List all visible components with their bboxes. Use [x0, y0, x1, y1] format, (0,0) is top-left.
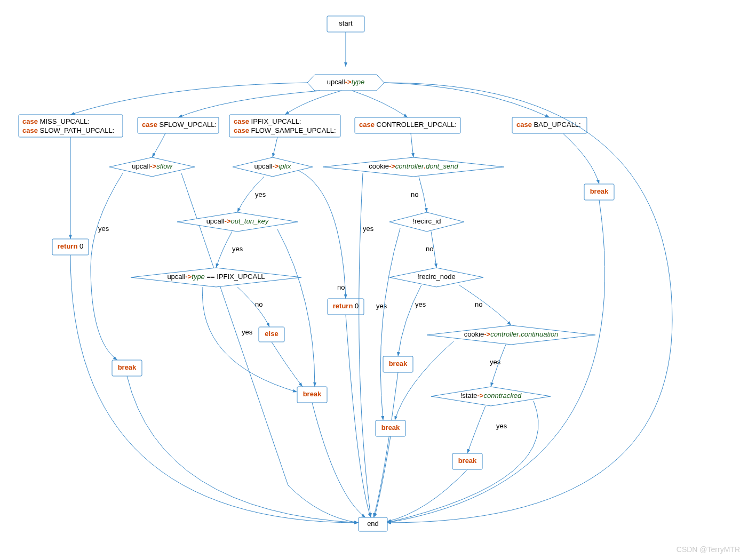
svg-text:break: break: [381, 424, 400, 432]
svg-text:case MISS_UPCALL:: case MISS_UPCALL:: [22, 117, 90, 125]
svg-text:yes: yes: [363, 225, 374, 233]
end-label: end: [367, 520, 379, 528]
svg-text:no: no: [475, 300, 482, 308]
svg-text:yes: yes: [242, 328, 253, 336]
svg-text:return 0: return 0: [333, 302, 359, 310]
svg-text:yes: yes: [255, 190, 266, 198]
svg-text:else: else: [265, 330, 278, 338]
svg-text:!state->conntracked: !state->conntracked: [460, 392, 522, 400]
svg-text:case SFLOW_UPCALL:: case SFLOW_UPCALL:: [142, 121, 217, 129]
svg-text:no: no: [426, 245, 433, 253]
svg-text:yes: yes: [496, 422, 507, 430]
svg-text:case CONTROLLER_UPCALL:: case CONTROLLER_UPCALL:: [359, 121, 457, 129]
svg-text:return 0: return 0: [58, 242, 83, 250]
switch-expr: upcall->type: [327, 78, 364, 86]
watermark: CSDN @TerryMTR: [677, 545, 740, 554]
svg-text:upcall->out_tun_key: upcall->out_tun_key: [206, 217, 269, 225]
svg-text:break: break: [389, 360, 408, 368]
svg-text:upcall->sflow: upcall->sflow: [132, 162, 173, 170]
svg-text:no: no: [411, 190, 418, 198]
svg-text:cookie->controller.dont_send: cookie->controller.dont_send: [369, 162, 458, 170]
svg-text:break: break: [458, 457, 477, 465]
svg-text:case SLOW_PATH_UPCALL:: case SLOW_PATH_UPCALL:: [22, 126, 114, 134]
svg-text:cookie->controller.continuatio: cookie->controller.continuation: [464, 330, 559, 338]
svg-text:case FLOW_SAMPLE_UPCALL:: case FLOW_SAMPLE_UPCALL:: [234, 126, 336, 134]
svg-text:no: no: [337, 283, 345, 291]
svg-text:!recirc_node: !recirc_node: [417, 273, 456, 281]
svg-text:yes: yes: [415, 300, 426, 308]
svg-text:yes: yes: [376, 302, 387, 310]
svg-text:yes: yes: [232, 245, 243, 253]
svg-text:!recirc_id: !recirc_id: [413, 217, 441, 225]
svg-text:break: break: [590, 187, 609, 195]
svg-text:upcall->ipfix: upcall->ipfix: [254, 162, 291, 170]
svg-text:upcall->type == IPFIX_UPCALL: upcall->type == IPFIX_UPCALL: [167, 273, 265, 281]
svg-text:case IPFIX_UPCALL:: case IPFIX_UPCALL:: [234, 117, 301, 125]
svg-text:yes: yes: [98, 225, 109, 233]
svg-text:no: no: [255, 300, 262, 308]
start-label: start: [339, 19, 353, 27]
svg-text:break: break: [118, 363, 137, 371]
svg-text:break: break: [303, 390, 322, 398]
flowchart: start upcall->type case MISS_UPCALL: cas…: [0, 0, 756, 559]
